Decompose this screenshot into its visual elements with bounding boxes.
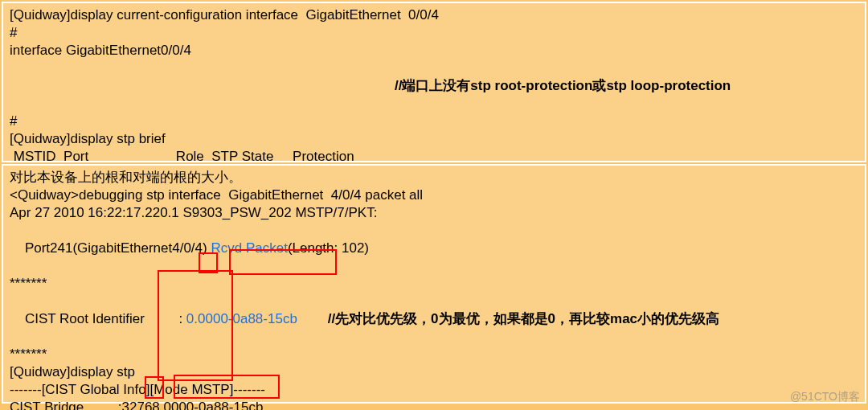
interface-line: interface GigabitEthernet0/0/4 [10,42,858,59]
cist-bridge: CIST Bridge :32768.0000-0a88-15cb [10,399,858,410]
comment-text: //端口上没有stp root-protection或stp loop-prot… [395,78,731,93]
cist-root-identifier: CIST Root Identifier : 0.0000-0a88-15cb … [10,293,858,346]
cmd-display-stp-brief: [Quidway]display stp brief [10,130,858,148]
cist-root-id-value: 0.0000-0a88-15cb [186,311,297,326]
watermark: @51CTO博客 [790,387,860,405]
hash-mark-2: # [10,113,858,130]
bottom-debug-panel: 对比本设备上的根和对端的根的大小。 <Quidway>debugging stp… [2,164,866,404]
comment-priority: //先对比优先级，0为最优，如果都是0，再比较mac小的优先级高 [328,311,719,326]
stars-2: ******* [10,346,858,363]
cmd-display-stp: [Quidway]display stp [10,363,858,381]
top-config-panel: [Quidway]display current-configuration i… [2,2,866,162]
timestamp-line: Apr 27 2010 16:22:17.220.1 S9303_PSW_202… [10,204,858,222]
stars-1: ******* [10,275,858,293]
stp-brief-header: MSTID Port Role STP State Protection [10,148,858,166]
cmd-display-current-config: [Quidway]display current-configuration i… [10,6,858,24]
hash-mark: # [10,24,858,42]
cist-global-info-header: -------[CIST Global Info][Mode MSTP]----… [10,381,858,399]
compare-root-text: 对比本设备上的根和对端的根的大小。 [10,169,858,187]
rcvd-packet-label: Rcvd Packet [211,240,287,256]
comment-no-protection: //端口上没有stp root-protection或stp loop-prot… [10,59,858,113]
cmd-debugging-stp: <Quidway>debugging stp interface Gigabit… [10,187,858,204]
port-rcvd-packet: Port241(GigabitEthernet4/0/4) Rcvd Packe… [10,222,858,275]
